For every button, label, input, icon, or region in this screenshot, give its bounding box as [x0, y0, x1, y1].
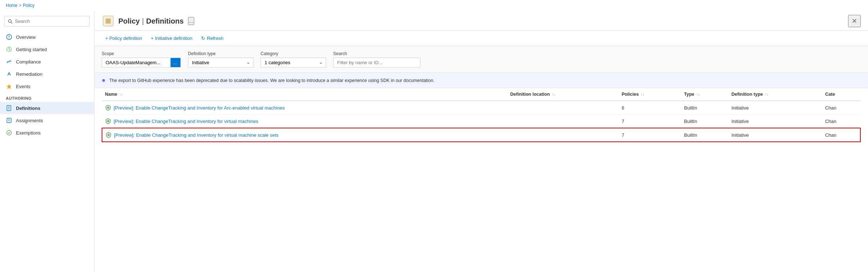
table-body: [Preview]: Enable ChangeTracking and Inv…: [102, 101, 860, 142]
svg-point-2: [9, 38, 9, 39]
sidebar-item-label-overview: Overview: [16, 34, 36, 40]
row-type: BuiltIn: [681, 101, 728, 115]
row-category: Chan: [822, 115, 860, 128]
col-type[interactable]: Type ↑↓: [681, 88, 728, 101]
search-filter-input[interactable]: [333, 58, 420, 67]
col-policies[interactable]: Policies ↑↓: [619, 88, 681, 101]
def-type-filter-group: Definition type AllPolicy definitionInit…: [188, 51, 253, 67]
svg-rect-10: [7, 118, 11, 123]
overview-icon: [6, 34, 12, 40]
col-definition-type[interactable]: Definition type ↑↓: [729, 88, 822, 101]
sidebar-item-label-definitions: Definitions: [16, 106, 40, 111]
sidebar-item-remediation[interactable]: Remediation: [0, 68, 94, 80]
row-name-link[interactable]: [Preview]: Enable ChangeTracking and Inv…: [105, 118, 505, 124]
content-area: Policy|Definitions ... ✕ + Policy defini…: [94, 11, 868, 272]
sidebar-item-label-events: Events: [16, 84, 30, 89]
sidebar: Overview Getting started Compliance Reme…: [0, 11, 94, 272]
sidebar-search-container: [4, 16, 90, 26]
def-type-sort-icon: ↑↓: [765, 92, 769, 96]
category-select-wrapper: 1 categories: [261, 58, 326, 67]
svg-marker-5: [7, 84, 12, 89]
definitions-icon: [6, 105, 12, 111]
col-definition-location[interactable]: Definition location ↑↓: [508, 88, 619, 101]
refresh-button[interactable]: ↻ Refresh: [197, 34, 227, 43]
row-policies: 6: [619, 101, 681, 115]
sidebar-item-compliance[interactable]: Compliance: [0, 55, 94, 68]
header-close-button[interactable]: ✕: [848, 15, 861, 27]
svg-rect-18: [108, 108, 109, 109]
definitions-table: Name ↑↓ Definition location ↑↓ Policies …: [102, 88, 861, 142]
authoring-section-label: Authoring: [0, 92, 94, 102]
table-header: Name ↑↓ Definition location ↑↓ Policies …: [102, 88, 860, 101]
name-sort-icon: ↑↓: [119, 92, 123, 96]
info-banner: ● The export to GitHub experience has be…: [94, 73, 868, 88]
row-name-link[interactable]: [Preview]: Enable ChangeTracking and Inv…: [105, 104, 505, 111]
row-definition-type: Initiative: [729, 128, 822, 142]
table-row: [Preview]: Enable ChangeTracking and Inv…: [102, 128, 860, 142]
row-shield-icon: [105, 118, 111, 124]
page-header: Policy|Definitions ... ✕: [94, 11, 868, 31]
row-definition-type: Initiative: [729, 101, 822, 115]
breadcrumb-separator: >: [19, 3, 21, 8]
row-type: BuiltIn: [681, 128, 728, 142]
getting-started-icon: [6, 46, 12, 53]
sidebar-item-exemptions[interactable]: Exemptions: [0, 127, 94, 139]
def-loc-sort-icon: ↑↓: [552, 92, 555, 96]
row-definition-type: Initiative: [729, 115, 822, 128]
table-row: [Preview]: Enable ChangeTracking and Inv…: [102, 115, 860, 128]
sidebar-item-events[interactable]: Events: [0, 80, 94, 92]
def-type-select[interactable]: AllPolicy definitionInitiative: [188, 58, 253, 67]
row-shield-icon: [105, 132, 112, 138]
sidebar-item-label-exemptions: Exemptions: [16, 130, 41, 136]
col-name[interactable]: Name ↑↓: [102, 88, 508, 101]
sidebar-item-overview[interactable]: Overview: [0, 31, 94, 43]
header-more-button[interactable]: ...: [188, 17, 194, 25]
breadcrumb-policy[interactable]: Policy: [23, 3, 34, 8]
policies-sort-icon: ↑↓: [641, 92, 644, 96]
scope-label: Scope: [102, 51, 181, 56]
category-select[interactable]: 1 categories: [261, 58, 326, 67]
search-filter-group: Search: [333, 51, 420, 67]
toolbar: + Policy definition + Initiative definit…: [94, 31, 868, 46]
scope-input[interactable]: [102, 58, 171, 67]
assignments-icon: [6, 117, 12, 124]
col-category: Cate: [822, 88, 860, 101]
sidebar-item-label-compliance: Compliance: [16, 59, 41, 65]
scope-more-button[interactable]: ...: [171, 58, 181, 67]
row-shield-icon: [105, 104, 111, 111]
table-container: Name ↑↓ Definition location ↑↓ Policies …: [94, 88, 868, 272]
banner-text: The export to GitHub experience has been…: [109, 78, 435, 83]
sidebar-item-getting-started[interactable]: Getting started: [0, 43, 94, 55]
row-definition-location: [508, 115, 619, 128]
initiative-definition-button[interactable]: + Initiative definition: [147, 34, 196, 43]
breadcrumb-home[interactable]: Home: [6, 3, 17, 8]
events-icon: [6, 83, 12, 90]
sidebar-item-label-assignments: Assignments: [16, 118, 43, 123]
refresh-icon: ↻: [201, 36, 205, 41]
page-icon: [102, 15, 115, 28]
sidebar-item-label-remediation: Remediation: [16, 71, 42, 77]
exemptions-icon: [6, 129, 12, 136]
scope-filter-group: Scope ...: [102, 51, 181, 67]
row-policies: 7: [619, 115, 681, 128]
row-type: BuiltIn: [681, 115, 728, 128]
def-type-select-wrapper: AllPolicy definitionInitiative: [188, 58, 253, 67]
page-title: Policy|Definitions: [118, 17, 184, 25]
sidebar-item-definitions[interactable]: Definitions: [0, 102, 94, 114]
svg-rect-16: [106, 19, 110, 23]
type-sort-icon: ↑↓: [696, 92, 700, 96]
def-type-label: Definition type: [188, 51, 253, 56]
breadcrumb: Home > Policy: [0, 0, 868, 11]
policy-definition-button[interactable]: + Policy definition: [102, 34, 146, 43]
sidebar-item-assignments[interactable]: Assignments: [0, 114, 94, 127]
table-row: [Preview]: Enable ChangeTracking and Inv…: [102, 101, 860, 115]
filters-row: Scope ... Definition type AllPolicy defi…: [94, 46, 868, 73]
row-category: Chan: [822, 128, 860, 142]
row-category: Chan: [822, 101, 860, 115]
svg-rect-21: [108, 121, 109, 122]
row-name-link[interactable]: [Preview]: Enable ChangeTracking and Inv…: [105, 132, 505, 138]
row-definition-location: [508, 101, 619, 115]
search-input[interactable]: [4, 16, 90, 26]
remediation-icon: [6, 71, 12, 77]
row-policies: 7: [619, 128, 681, 142]
